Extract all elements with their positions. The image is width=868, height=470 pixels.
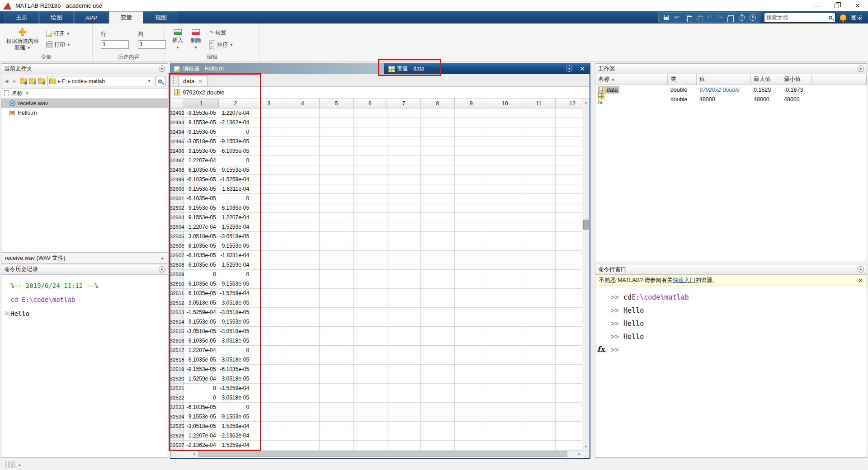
empty-cell[interactable]: [320, 222, 354, 232]
empty-cell[interactable]: [488, 213, 522, 222]
empty-cell[interactable]: [387, 127, 421, 137]
ribbon-tab-视图[interactable]: 视图: [144, 11, 178, 24]
empty-cell[interactable]: [522, 365, 556, 374]
empty-cell[interactable]: [455, 298, 489, 308]
empty-cell[interactable]: [286, 412, 320, 422]
up-folder-icon[interactable]: [20, 79, 27, 84]
empty-cell[interactable]: [455, 165, 489, 175]
insert-button[interactable]: 插入 ▼: [172, 29, 183, 50]
empty-cell[interactable]: [286, 118, 320, 127]
empty-cell[interactable]: [320, 412, 354, 422]
empty-cell[interactable]: [320, 118, 354, 127]
empty-cell[interactable]: [488, 175, 522, 184]
empty-cell[interactable]: [286, 222, 320, 232]
breadcrumb[interactable]: ▶E:▶code▶matlab ▼: [47, 76, 153, 86]
empty-cell[interactable]: [455, 270, 489, 279]
file-row-receive.wav[interactable]: receive.wav: [1, 99, 168, 108]
empty-cell[interactable]: [286, 241, 320, 251]
empty-cell[interactable]: [354, 146, 387, 156]
empty-cell[interactable]: [488, 384, 522, 393]
editor-title-tab[interactable]: 编辑器 - Hello.m: [170, 63, 384, 74]
empty-cell[interactable]: [320, 175, 354, 184]
empty-cell[interactable]: [488, 355, 522, 365]
empty-cell[interactable]: [320, 127, 354, 137]
empty-cell[interactable]: [421, 203, 455, 213]
empty-cell[interactable]: [387, 384, 421, 393]
empty-cell[interactable]: [320, 441, 354, 450]
scroll-right-icon[interactable]: ►: [576, 451, 583, 457]
breadcrumb-item-E:[interactable]: E:: [62, 78, 67, 85]
row-field[interactable]: [101, 40, 129, 49]
empty-cell[interactable]: [286, 346, 320, 355]
empty-cell[interactable]: [320, 308, 354, 317]
empty-cell[interactable]: [522, 213, 556, 222]
empty-cell[interactable]: [421, 374, 455, 384]
empty-cell[interactable]: [286, 251, 320, 260]
empty-cell[interactable]: [354, 260, 387, 270]
print-button[interactable]: 打印▼: [46, 41, 71, 49]
empty-cell[interactable]: [286, 137, 320, 146]
empty-cell[interactable]: [354, 317, 387, 327]
horizontal-scrollbar[interactable]: ◄ ►: [170, 450, 590, 457]
empty-cell[interactable]: [354, 374, 387, 384]
column-header-7[interactable]: 7: [387, 99, 421, 108]
help-icon[interactable]: ?: [737, 14, 746, 22]
empty-cell[interactable]: [522, 194, 556, 203]
ribbon-tab-APP[interactable]: APP: [74, 11, 108, 24]
empty-cell[interactable]: [320, 431, 354, 441]
empty-cell[interactable]: [387, 203, 421, 213]
empty-cell[interactable]: [488, 222, 522, 232]
panel-menu-icon[interactable]: ▼: [858, 266, 864, 273]
empty-cell[interactable]: [286, 194, 320, 203]
workspace-column-最小值[interactable]: 最小值: [781, 74, 812, 85]
empty-cell[interactable]: [421, 127, 455, 137]
empty-cell[interactable]: [320, 403, 354, 412]
window-menu-icon[interactable]: ▼: [566, 66, 572, 72]
workspace-row-fs[interactable]: fsdouble480004800048000: [595, 94, 867, 104]
breadcrumb-dropdown-icon[interactable]: ▼: [147, 79, 151, 83]
empty-cell[interactable]: [421, 308, 455, 317]
empty-cell[interactable]: [488, 108, 522, 118]
empty-cell[interactable]: [455, 355, 489, 365]
empty-cell[interactable]: [421, 213, 455, 222]
file-detail-bar[interactable]: receive.wav (WAV 文件) ▲: [1, 252, 168, 264]
empty-cell[interactable]: [522, 422, 556, 431]
empty-cell[interactable]: [421, 289, 455, 298]
empty-cell[interactable]: [522, 118, 556, 127]
empty-cell[interactable]: [455, 327, 489, 336]
save-icon[interactable]: [661, 14, 670, 22]
empty-cell[interactable]: [354, 156, 387, 165]
empty-cell[interactable]: [421, 412, 455, 422]
empty-cell[interactable]: [286, 279, 320, 289]
paste-icon[interactable]: [694, 14, 703, 22]
empty-cell[interactable]: [354, 251, 387, 260]
empty-cell[interactable]: [354, 118, 387, 127]
empty-cell[interactable]: [455, 222, 489, 232]
empty-cell[interactable]: [286, 203, 320, 213]
empty-cell[interactable]: [488, 146, 522, 156]
empty-cell[interactable]: [421, 184, 455, 194]
empty-cell[interactable]: [286, 317, 320, 327]
empty-cell[interactable]: [421, 118, 455, 127]
empty-cell[interactable]: [354, 346, 387, 355]
empty-cell[interactable]: [354, 165, 387, 175]
empty-cell[interactable]: [387, 431, 421, 441]
empty-cell[interactable]: [320, 327, 354, 336]
empty-cell[interactable]: [354, 403, 387, 412]
sort-button[interactable]: az↓排序▼: [209, 40, 233, 50]
scroll-left-icon[interactable]: ◄: [190, 451, 198, 457]
empty-cell[interactable]: [522, 108, 556, 118]
empty-cell[interactable]: [488, 346, 522, 355]
empty-cell[interactable]: [421, 431, 455, 441]
empty-cell[interactable]: [421, 241, 455, 251]
empty-cell[interactable]: [522, 232, 556, 241]
empty-cell[interactable]: [387, 317, 421, 327]
empty-cell[interactable]: [455, 336, 489, 346]
empty-cell[interactable]: [320, 203, 354, 213]
empty-cell[interactable]: [387, 308, 421, 317]
empty-cell[interactable]: [522, 137, 556, 146]
empty-cell[interactable]: [354, 412, 387, 422]
empty-cell[interactable]: [286, 184, 320, 194]
empty-cell[interactable]: [286, 108, 320, 118]
empty-cell[interactable]: [286, 365, 320, 374]
